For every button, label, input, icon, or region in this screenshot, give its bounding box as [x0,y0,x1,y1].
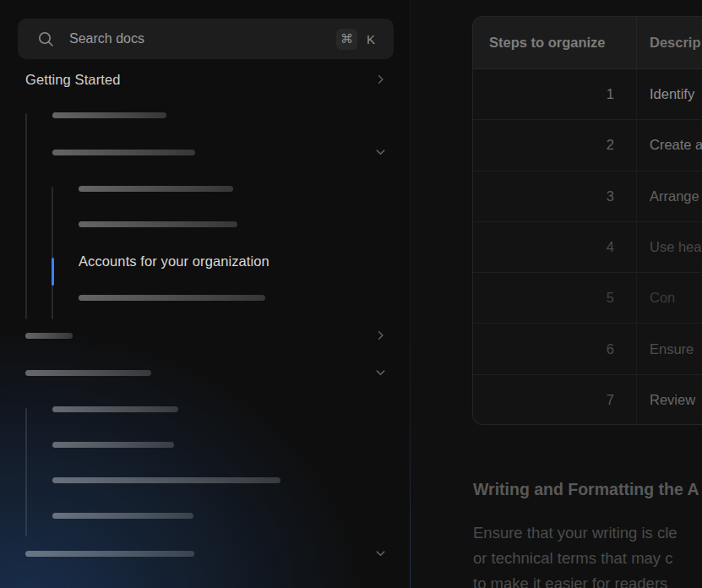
section-heading: Writing and Formatting the A [473,480,699,499]
sidebar-item-skeleton[interactable] [0,286,411,308]
description-cell: Identify [637,86,694,102]
table-row: 7Review [473,375,702,425]
sidebar-item-skeleton[interactable] [0,398,411,420]
description-cell: Con [637,290,675,306]
k-key-label: K [367,32,375,46]
table-header-description: Descrip [637,35,701,51]
skeleton-text-bar [52,112,166,118]
table-row: 6Ensure [473,324,702,374]
sidebar-section-getting-started[interactable]: Getting Started [0,68,411,90]
sidebar-nav: Getting StartedAccounts for your organiz… [0,59,410,588]
table-row: 3Arrange [473,172,702,222]
search-input[interactable]: Search docs ⌘ K [18,19,394,59]
sidebar-item-active[interactable]: Accounts for your organization [0,250,411,272]
sidebar-item-skeleton[interactable] [0,433,411,455]
table-row: 5Con [473,273,702,324]
step-number-cell: 5 [473,273,637,323]
table-row: 2Create a [473,120,702,171]
chevron-right-icon [374,74,387,86]
step-number-cell: 7 [473,375,637,425]
description-cell: Use hea [637,239,701,255]
sidebar-item-label: Getting Started [25,72,120,88]
sidebar-item-skeleton[interactable] [0,213,411,235]
skeleton-text-bar [52,477,280,483]
paragraph-line: Ensure that your writing is cle [473,520,678,546]
paragraph-line: to make it easier for readers [473,571,678,588]
sidebar-item-skeleton[interactable] [0,504,411,526]
section-paragraph: Ensure that your writing is cle or techn… [473,520,678,588]
search-icon [37,30,55,48]
skeleton-text-bar [52,513,193,519]
table-row: 4Use hea [473,222,702,273]
main-content: Steps to organize Descrip 1Identify2Crea… [411,0,702,588]
sidebar-item-skeleton[interactable] [0,542,411,564]
steps-table: Steps to organize Descrip 1Identify2Crea… [472,16,702,425]
skeleton-text-bar [79,186,233,192]
skeleton-text-bar [25,551,194,557]
sidebar-item-skeleton[interactable] [0,177,411,199]
skeleton-text-bar [52,442,174,448]
sidebar-item-skeleton[interactable] [0,362,411,384]
skeleton-text-bar [25,370,151,376]
sidebar: Search docs ⌘ K Getting StartedAccounts … [0,0,411,588]
search-placeholder: Search docs [69,31,336,46]
sidebar-item-skeleton[interactable] [0,469,411,491]
chevron-down-icon [374,367,387,379]
sidebar-item-label: Accounts for your organization [79,253,269,270]
step-number-cell: 4 [473,222,637,272]
skeleton-text-bar [79,221,237,227]
sidebar-item-skeleton[interactable] [0,141,411,163]
skeleton-text-bar [52,406,178,412]
step-number-cell: 6 [473,324,637,373]
step-number-cell: 2 [473,120,637,170]
description-cell: Create a [637,137,702,153]
chevron-down-icon [374,146,387,159]
table-body: 1Identify2Create a3Arrange4Use hea5Con6E… [473,69,702,425]
paragraph-line: or technical terms that may c [473,546,678,571]
table-row: 1Identify [473,69,702,120]
description-cell: Review [637,392,695,408]
step-number-cell: 3 [473,172,637,221]
description-cell: Arrange [637,188,699,204]
sidebar-item-skeleton[interactable] [0,324,411,346]
step-number-cell: 1 [473,69,637,119]
table-header-row: Steps to organize Descrip [473,17,702,69]
description-cell: Ensure [637,341,694,357]
chevron-down-icon [374,547,387,560]
chevron-right-icon [374,329,387,342]
skeleton-text-bar [25,333,73,339]
sidebar-item-skeleton[interactable] [0,104,411,126]
skeleton-text-bar [79,295,265,301]
skeleton-text-bar [52,150,195,155]
command-key-badge: ⌘ [336,29,357,50]
table-header-steps: Steps to organize [473,17,637,68]
